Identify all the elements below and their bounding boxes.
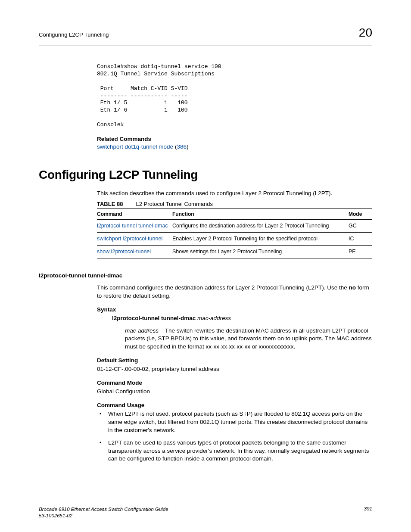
related-command-page-close: ) — [187, 143, 189, 150]
table-row: switchport l2protocol-tunnel Enables Lay… — [97, 233, 372, 246]
running-head: Configuring L2CP Tunneling 20 — [39, 26, 372, 40]
running-head-title: Configuring L2CP Tunneling — [39, 31, 109, 38]
table-header-row: Command Function Mode — [97, 209, 372, 220]
footer-page-number: 391 — [364, 506, 372, 519]
table-caption: TABLE 88L2 Protocol Tunnel Commands — [97, 201, 372, 207]
desc-bold: no — [349, 284, 356, 291]
table-caption-label: TABLE 88 — [97, 201, 123, 207]
subsection-desc: This command configures the destination … — [97, 284, 372, 300]
cmd-mode: IC — [349, 233, 372, 246]
cmd-func: Enables Layer 2 Protocol Tunneling for t… — [172, 233, 349, 246]
usage-list: When L2PT is not used, protocol packets … — [97, 410, 372, 463]
table-row: l2protocol-tunnel tunnel-dmac Configures… — [97, 220, 372, 233]
th-function: Function — [172, 209, 349, 220]
section-heading: Configuring L2CP Tunneling — [39, 168, 372, 182]
cmd-func: Configures the destination address for L… — [172, 220, 349, 233]
footer-left: Brocade 6910 Ethernet Access Switch Conf… — [39, 506, 168, 519]
syntax-desc-arg: mac-address — [125, 327, 159, 334]
usage-item: When L2PT is not used, protocol packets … — [97, 410, 372, 435]
related-commands: Related Commands switchport dot1q-tunnel… — [97, 136, 372, 150]
command-usage-label: Command Usage — [97, 402, 372, 408]
related-commands-line: switchport dot1q-tunnel mode (386) — [97, 143, 372, 150]
cmd-link[interactable]: show l2protocol-tunnel — [97, 249, 151, 255]
footer-doc-title: Brocade 6910 Ethernet Access Switch Conf… — [39, 506, 168, 513]
subsection-heading: l2protocol-tunnel tunnel-dmac — [39, 272, 372, 279]
syntax-cmd-arg: mac-address — [197, 315, 231, 321]
default-setting-text: 01-12-CF-.00-00-02, proprietary tunnel a… — [97, 365, 372, 373]
syntax-desc-text: – The switch rewrites the destination MA… — [125, 327, 372, 350]
cmd-mode: PE — [349, 245, 372, 258]
section-intro: This section describes the commands used… — [97, 190, 372, 197]
related-commands-heading: Related Commands — [97, 136, 372, 142]
cmd-mode: GC — [349, 220, 372, 233]
desc-pre: This command configures the destination … — [97, 284, 349, 291]
table-caption-text: L2 Protocol Tunnel Commands — [136, 201, 212, 207]
th-command: Command — [97, 209, 172, 220]
syntax-block: l2protocol-tunnel tunnel-dmac mac-addres… — [112, 314, 372, 352]
related-command-link[interactable]: switchport dot1q-tunnel mode — [97, 143, 173, 150]
syntax-cmd-name: l2protocol-tunnel tunnel-dmac — [112, 315, 196, 321]
footer-doc-id: 53-1002651-02 — [39, 513, 168, 519]
page-footer: Brocade 6910 Ethernet Access Switch Conf… — [39, 506, 372, 519]
cmd-link[interactable]: switchport l2protocol-tunnel — [97, 236, 162, 242]
cmd-func: Shows settings for Layer 2 Protocol Tunn… — [172, 245, 349, 258]
console-output: Console#show dot1q-tunnel service 100 80… — [97, 63, 372, 129]
related-command-page-link[interactable]: 386 — [177, 143, 187, 150]
chapter-number: 20 — [359, 26, 372, 40]
th-mode: Mode — [349, 209, 372, 220]
command-table: Command Function Mode l2protocol-tunnel … — [97, 208, 372, 258]
syntax-desc: mac-address – The switch rewrites the de… — [125, 327, 372, 352]
table-wrap: TABLE 88L2 Protocol Tunnel Commands Comm… — [97, 201, 372, 258]
syntax-label: Syntax — [97, 306, 372, 313]
command-mode-label: Command Mode — [97, 380, 372, 386]
usage-item: L2PT can be used to pass various types o… — [97, 439, 372, 464]
header-rule — [39, 46, 372, 46]
default-setting-label: Default Setting — [97, 357, 372, 364]
command-mode-text: Global Configuration — [97, 388, 372, 396]
cmd-link[interactable]: l2protocol-tunnel tunnel-dmac — [97, 223, 168, 229]
syntax-command-line: l2protocol-tunnel tunnel-dmac mac-addres… — [112, 314, 372, 323]
table-row: show l2protocol-tunnel Shows settings fo… — [97, 245, 372, 258]
